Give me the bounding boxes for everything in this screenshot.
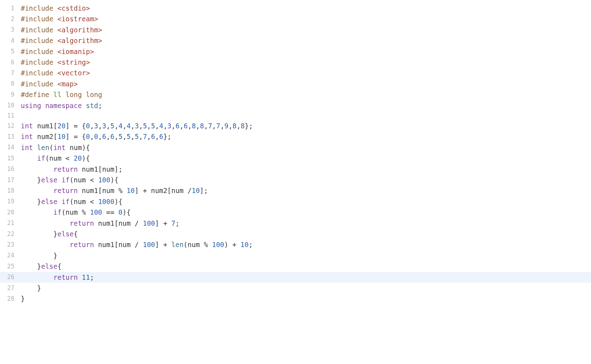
token: 7 <box>208 122 212 130</box>
code-line[interactable]: 22 }else{ <box>0 229 591 239</box>
line-content[interactable]: #include <map> <box>21 79 591 89</box>
line-content[interactable]: #include <iomanip> <box>21 46 591 57</box>
token: , <box>139 133 143 140</box>
line-content[interactable]: int len(int num){ <box>21 142 591 153</box>
code-line[interactable]: 12int num1[20] = {0,3,3,5,4,4,3,5,5,4,3,… <box>0 121 591 131</box>
token: 0 <box>118 208 122 216</box>
code-line[interactable]: 28} <box>0 293 591 304</box>
line-content[interactable]: return num1[num % 10] + num2[num /10]; <box>21 185 591 196</box>
code-line[interactable]: 17 }else if(num < 100){ <box>0 175 591 185</box>
code-line[interactable]: 11 <box>0 111 591 121</box>
line-content[interactable]: if(num < 20){ <box>21 153 591 164</box>
token: ] + num2[num / <box>135 187 192 194</box>
token: ){ <box>82 154 90 162</box>
code-line[interactable]: 6#include <string> <box>0 57 591 68</box>
token: ; <box>249 241 252 248</box>
token: ; <box>90 273 94 281</box>
line-number: 7 <box>0 68 21 78</box>
token: 5 <box>118 133 122 140</box>
token: { <box>57 262 61 270</box>
line-number: 17 <box>0 175 21 185</box>
code-line[interactable]: 14int len(int num){ <box>0 142 591 153</box>
token: 0 <box>86 122 90 130</box>
line-content[interactable]: }else if(num < 1000){ <box>21 196 591 207</box>
code-line[interactable]: 23 return num1[num / 100] + len(num % 10… <box>0 239 591 250</box>
line-content[interactable]: #include <algorithm> <box>21 25 591 35</box>
line-content[interactable]: return num1[num / 100] + len(num % 100) … <box>21 239 591 250</box>
token: if <box>62 198 70 205</box>
line-content[interactable]: #define ll long long <box>21 89 591 100</box>
token: else <box>41 176 58 184</box>
line-content[interactable]: }else{ <box>21 229 591 239</box>
line-number: 15 <box>0 153 21 164</box>
line-content[interactable]: #include <iostream> <box>21 14 591 24</box>
line-content[interactable]: } <box>21 250 591 261</box>
token: 5 <box>143 122 147 130</box>
line-content[interactable]: if(num % 100 == 0){ <box>21 207 591 218</box>
token: (num % <box>62 208 90 216</box>
token: if <box>37 154 45 162</box>
code-line[interactable]: 27 } <box>0 283 591 293</box>
code-line[interactable]: 8#include <map> <box>0 79 591 89</box>
code-line[interactable]: 25 }else{ <box>0 261 591 272</box>
line-number: 27 <box>0 283 21 293</box>
code-line[interactable]: 2#include <iostream> <box>0 14 591 24</box>
code-line[interactable]: 21 return num1[num / 100] + 7; <box>0 218 591 229</box>
code-line[interactable]: 26 return 11; <box>0 272 591 283</box>
token: } <box>21 284 41 292</box>
code-editor[interactable]: 1#include <cstdio>2#include <iostream>3#… <box>0 3 591 304</box>
token: , <box>236 122 240 130</box>
line-content[interactable]: #include <string> <box>21 57 591 68</box>
code-line[interactable]: 24 } <box>0 250 591 261</box>
code-line[interactable]: 20 if(num % 100 == 0){ <box>0 207 591 218</box>
code-line[interactable]: 10using namespace std; <box>0 100 591 111</box>
token: 100 <box>212 241 224 248</box>
line-content[interactable]: }else if(num < 100){ <box>21 175 591 185</box>
line-content[interactable] <box>21 111 591 121</box>
token <box>21 187 53 194</box>
code-line[interactable]: 7#include <vector> <box>0 68 591 78</box>
code-line[interactable]: 3#include <algorithm> <box>0 25 591 35</box>
token: #define <box>21 91 53 98</box>
token: , <box>147 133 151 140</box>
token: ll <box>53 91 65 98</box>
token: 5 <box>135 133 139 140</box>
token: #include <box>21 37 57 44</box>
token: num){ <box>65 144 90 151</box>
line-content[interactable]: #include <algorithm> <box>21 35 591 46</box>
token: using <box>21 102 41 109</box>
token: } <box>21 198 41 205</box>
code-line[interactable]: 16 return num1[num]; <box>0 164 591 175</box>
line-content[interactable]: } <box>21 283 591 293</box>
token: if <box>53 208 62 216</box>
token: 4 <box>159 122 163 130</box>
line-content[interactable]: return 11; <box>21 272 591 283</box>
token: , <box>90 122 94 130</box>
code-line[interactable]: 4#include <algorithm> <box>0 35 591 46</box>
line-number: 14 <box>0 142 21 153</box>
token <box>21 241 69 248</box>
token <box>21 154 37 162</box>
line-content[interactable]: using namespace std; <box>21 100 591 111</box>
line-content[interactable]: } <box>21 293 591 304</box>
code-line[interactable]: 15 if(num < 20){ <box>0 153 591 164</box>
line-content[interactable]: #include <cstdio> <box>21 3 591 14</box>
token: 3 <box>102 122 106 130</box>
code-line[interactable]: 1#include <cstdio> <box>0 3 591 14</box>
code-line[interactable]: 13int num2[10] = {0,0,6,6,5,5,5,7,6,6}; <box>0 131 591 142</box>
line-content[interactable]: return num1[num / 100] + 7; <box>21 218 591 229</box>
code-line[interactable]: 18 return num1[num % 10] + num2[num /10]… <box>0 185 591 196</box>
line-content[interactable]: int num2[10] = {0,0,6,6,5,5,5,7,6,6}; <box>21 131 591 142</box>
token: else <box>57 230 74 238</box>
line-content[interactable]: }else{ <box>21 261 591 272</box>
line-content[interactable]: int num1[20] = {0,3,3,5,4,4,3,5,5,4,3,6,… <box>21 121 591 131</box>
code-line[interactable]: 19 }else if(num < 1000){ <box>0 196 591 207</box>
code-line[interactable]: 5#include <iomanip> <box>0 46 591 57</box>
token: 10 <box>192 187 200 194</box>
token: #include <box>21 48 57 55</box>
code-line[interactable]: 9#define ll long long <box>0 89 591 100</box>
token: ( <box>49 144 53 151</box>
line-content[interactable]: #include <vector> <box>21 68 591 78</box>
token: <algorithm> <box>57 26 102 34</box>
line-content[interactable]: return num1[num]; <box>21 164 591 175</box>
